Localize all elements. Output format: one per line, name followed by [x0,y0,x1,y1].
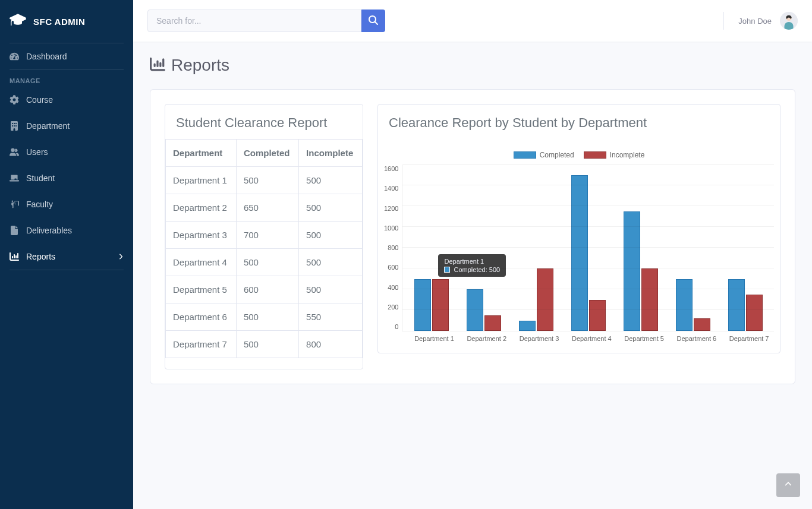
table-header: Department [166,140,237,167]
sidebar-item-label: Department [26,121,70,131]
sidebar-item-reports[interactable]: Reports [0,244,133,270]
search-button[interactable] [361,10,385,32]
bar-incomplete[interactable] [746,295,763,331]
sidebar-item-deliverables[interactable]: Deliverables [0,217,133,244]
user-menu[interactable]: John Doe [723,12,798,30]
y-tick: 1400 [384,185,398,192]
table-row: Department 5600500 [166,276,363,303]
table-cell: Department 7 [166,331,237,358]
table-title: Student Clearance Report [165,115,363,139]
table-card: Student Clearance Report Department Comp… [165,104,363,369]
chart-area: Completed Incomplete 1600140012001000800… [378,139,780,342]
table-cell: Department 6 [166,303,237,331]
sidebar-item-users[interactable]: Users [0,139,133,165]
chart-bar-icon [150,56,165,74]
table-row: Department 3700500 [166,222,363,249]
bar-group [622,211,659,331]
grid-line [402,309,774,310]
bar-group [518,268,555,331]
bar-completed[interactable] [414,279,431,331]
table-header-row: Department Completed Incomplete [166,140,363,167]
sidebar: SFC ADMIN Dashboard MANAGE Course Depart… [0,0,133,408]
bar-incomplete[interactable] [537,268,553,331]
x-tick: Department 7 [729,335,766,342]
bar-completed[interactable] [624,211,640,331]
chalkboard-icon [10,173,19,183]
table-cell: 500 [299,276,363,303]
y-tick: 800 [388,244,398,251]
table-cell: 650 [236,194,298,222]
table-header: Incomplete [299,140,363,167]
grid-line [402,185,774,185]
y-tick: 600 [388,264,398,271]
sidebar-item-label: Deliverables [26,226,72,235]
table-cell: Department 1 [166,167,237,194]
sidebar-item-label: Faculty [26,200,53,209]
sidebar-item-dashboard[interactable]: Dashboard [0,43,133,69]
grid-line [402,247,774,248]
bar-group [727,279,764,331]
chart-bar-icon [10,252,19,261]
legend-completed[interactable]: Completed [514,151,574,159]
legend-label: Incomplete [610,151,645,159]
chart-legend[interactable]: Completed Incomplete [384,151,774,159]
sidebar-item-course[interactable]: Course [0,87,133,113]
bar-completed[interactable] [571,175,588,331]
table-cell: 700 [236,222,298,249]
graduation-cap-icon [10,12,26,31]
sidebar-item-student[interactable]: Student [0,165,133,191]
x-axis: Department 1Department 2Department 3Depa… [384,331,774,342]
bar-completed[interactable] [467,289,483,331]
sidebar-item-faculty[interactable]: Faculty [0,191,133,217]
grid-line [402,268,774,268]
legend-label: Completed [540,151,574,159]
x-tick: Department 3 [520,335,556,342]
table-header: Completed [236,140,298,167]
table-row: Department 7500800 [166,331,363,358]
table-cell: 600 [236,276,298,303]
search-icon [369,15,378,27]
y-tick: 400 [388,284,398,291]
table-cell: 800 [299,331,363,358]
x-tick: Department 2 [467,335,503,342]
x-tick: Department 4 [572,335,609,342]
bar-incomplete[interactable] [589,300,606,331]
table-cell: 500 [236,249,298,276]
sidebar-item-department[interactable]: Department [0,113,133,139]
brand-text: SFC ADMIN [33,17,85,27]
table-cell: 500 [236,167,298,194]
search-input[interactable] [147,10,361,32]
legend-incomplete[interactable]: Incomplete [584,151,645,159]
table-cell: Department 3 [166,222,237,249]
clearance-table: Department Completed Incomplete Departme… [165,139,363,358]
y-tick: 1200 [384,205,398,212]
table-cell: 550 [299,303,363,331]
chevron-right-icon [118,252,124,261]
table-cell: Department 4 [166,249,237,276]
bar-completed[interactable] [676,279,693,331]
content: Reports Student Clearance Report Departm… [133,42,812,408]
bar-incomplete[interactable] [432,279,449,331]
bar-completed[interactable] [519,321,536,331]
table-cell: 500 [299,194,363,222]
tooltip-value: Completed: 500 [454,266,500,273]
divider [10,270,124,270]
brand[interactable]: SFC ADMIN [0,0,133,43]
x-tick: Department 6 [677,335,714,342]
bar-incomplete[interactable] [641,268,658,331]
reports-panel: Student Clearance Report Department Comp… [150,89,795,384]
chart-plot: Department 1 Completed: 500 [402,165,774,331]
tooltip-title: Department 1 [444,258,500,265]
sidebar-item-label: Users [26,147,48,157]
page-title: Reports [171,56,229,75]
bar-incomplete[interactable] [694,318,710,331]
user-name: John Doe [738,17,772,26]
y-tick: 0 [395,323,398,330]
table-cell: 500 [299,167,363,194]
legend-swatch-icon [584,151,606,159]
table-cell: 500 [236,303,298,331]
sidebar-heading-manage: MANAGE [0,70,133,87]
bar-completed[interactable] [728,279,745,331]
bar-chart: 16001400120010008006004002000 Department… [384,165,774,331]
bar-incomplete[interactable] [484,315,501,331]
